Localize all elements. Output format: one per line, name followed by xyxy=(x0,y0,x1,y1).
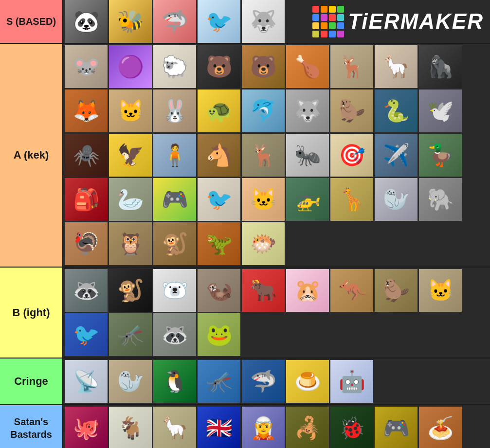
tier-item: 🦝 xyxy=(65,269,108,312)
tier-item: 🦫 xyxy=(330,90,373,132)
tier-item: 🟣 xyxy=(109,45,152,88)
tier-item: 🦦 xyxy=(198,269,240,312)
tier-item: 📡 xyxy=(65,360,108,403)
tier-item: 🎮 xyxy=(375,407,417,448)
tier-item: 🚁 xyxy=(286,178,329,221)
tier-item: 🐑 xyxy=(153,45,196,88)
tier-item: 🐡 xyxy=(242,222,285,265)
tier-item: 🦝 xyxy=(153,313,196,356)
tier-item: 🎯 xyxy=(330,134,373,177)
tier-item: 🐭 xyxy=(65,45,108,88)
tier-item: 🦌 xyxy=(242,134,285,177)
tier-item: 🎒 xyxy=(65,178,108,221)
tier-item: 🐺 xyxy=(286,90,329,132)
tier-item: 🐱 xyxy=(242,178,285,221)
tier-item: 🐼 xyxy=(65,0,108,43)
tier-item: 🦟 xyxy=(198,360,240,403)
tier-label-cringe: Cringe xyxy=(0,358,63,404)
tier-item: 🦙 xyxy=(153,407,196,448)
tier-item: 🦢 xyxy=(109,178,152,221)
tier-item: 🐻 xyxy=(242,45,285,88)
tier-item: 🧍 xyxy=(153,134,196,177)
logo-text: TiERMAKER xyxy=(348,9,484,34)
tier-item: 🐒 xyxy=(109,269,152,312)
tier-item: 🕊️ xyxy=(419,90,462,132)
tier-item: 🦍 xyxy=(419,45,462,88)
tier-label-a: A (kek) xyxy=(0,44,63,267)
tier-item: 🐴 xyxy=(198,134,240,177)
tier-item: 🦌 xyxy=(330,45,373,88)
tier-item: 🦖 xyxy=(198,222,240,265)
tier-item: 🍗 xyxy=(286,45,329,88)
tier-item: 🍝 xyxy=(419,407,462,448)
tier-item: 🐍 xyxy=(375,90,417,132)
tier-item: 🐧 xyxy=(153,360,196,403)
tier-item: 🦊 xyxy=(65,90,108,132)
tier-item: 🐺 xyxy=(242,0,285,43)
tier-item: 🦈 xyxy=(242,360,285,403)
tier-item: 🐜 xyxy=(286,134,329,177)
tier-item: 🦃 xyxy=(65,222,108,265)
tier-item: 🐘 xyxy=(419,178,462,221)
tier-item: 🐻 xyxy=(198,45,240,88)
tier-item: 🐦 xyxy=(198,178,240,221)
tier-item: 🎮 xyxy=(153,178,196,221)
tier-item: 🦈 xyxy=(153,0,196,43)
logo-grid xyxy=(312,6,344,37)
tier-item: 🐐 xyxy=(109,407,152,448)
tier-item: 🐙 xyxy=(65,407,108,448)
tier-label-b: B (ight) xyxy=(0,268,63,358)
tier-item: 🐦 xyxy=(65,313,108,356)
tier-label-s: S (BASED) xyxy=(0,0,63,43)
tier-item: 🦭 xyxy=(109,360,152,403)
tier-item: 🦆 xyxy=(419,134,462,177)
tier-item: 🦅 xyxy=(109,134,152,177)
tier-item: 🦘 xyxy=(330,269,373,312)
tier-item: 🐰 xyxy=(153,90,196,132)
tier-item: 🐬 xyxy=(242,90,285,132)
tier-item: 🐱 xyxy=(109,90,152,132)
tier-item: 🦭 xyxy=(375,178,417,221)
tier-item: 🐞 xyxy=(330,407,373,448)
tier-item: ✈️ xyxy=(375,134,417,177)
tier-item: 🦟 xyxy=(109,313,152,356)
tier-item: 🐻‍❄️ xyxy=(153,269,196,312)
tier-item: 🐂 xyxy=(242,269,285,312)
tier-item: 🦫 xyxy=(375,269,417,312)
tier-item: 🐸 xyxy=(198,313,240,356)
tier-item: 🐒 xyxy=(153,222,196,265)
tier-item: 🦙 xyxy=(375,45,417,88)
tier-item: 🤖 xyxy=(330,360,373,403)
tier-item: 🕷️ xyxy=(65,134,108,177)
tier-item: 🦂 xyxy=(286,407,329,448)
tier-item: 🧝 xyxy=(242,407,285,448)
tier-item: 🇬🇧 xyxy=(198,407,240,448)
tier-item: 🦉 xyxy=(109,222,152,265)
tier-item: 🐹 xyxy=(286,269,329,312)
tier-item: 🐢 xyxy=(198,90,240,132)
tiermaker-logo: TiERMAKER xyxy=(312,6,489,37)
tier-label-satan: Satan's Bastards xyxy=(0,405,63,448)
tier-item: 🦒 xyxy=(330,178,373,221)
tier-item: 🐦 xyxy=(198,0,240,43)
tier-item: 🐱 xyxy=(419,269,462,312)
tier-item: 🍮 xyxy=(286,360,329,403)
tier-item: 🐝 xyxy=(109,0,152,43)
